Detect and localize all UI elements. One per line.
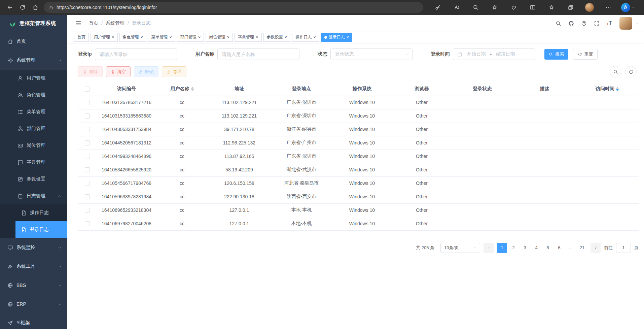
close-icon[interactable]: × [227, 35, 229, 39]
page-button-3[interactable]: 3 [520, 243, 530, 253]
close-icon[interactable]: × [347, 35, 349, 39]
export-button[interactable]: 导出 [162, 66, 186, 77]
sidebar-item-param-settings[interactable]: 参数设置 [0, 171, 67, 188]
tab-param-settings[interactable]: 参数设置× [263, 33, 291, 42]
collections-icon[interactable] [564, 2, 577, 13]
close-icon[interactable]: × [313, 35, 316, 39]
row-checkbox[interactable] [85, 167, 90, 172]
sidebar-item-system-tools[interactable]: 系统工具 [0, 257, 67, 276]
font-size-button[interactable]: тT [604, 18, 615, 29]
search-button[interactable]: 搜索 [544, 49, 568, 60]
sidebar-item-bbs[interactable]: BBS [0, 276, 67, 295]
close-icon[interactable]: × [169, 35, 172, 39]
sidebar-item-menu-management[interactable]: 菜单管理 [0, 103, 67, 120]
sidebar-item-yi-framework[interactable]: Yi框架 [0, 314, 67, 329]
row-checkbox[interactable] [85, 181, 90, 186]
sidebar-item-login-log[interactable]: 登录日志 [0, 221, 67, 238]
username-input[interactable] [217, 48, 299, 60]
tab-dict-management[interactable]: 字典管理× [235, 33, 262, 42]
page-button-21[interactable]: 21 [577, 243, 587, 253]
tab-user-management[interactable]: 用户管理× [91, 33, 118, 42]
split-screen-icon[interactable] [526, 2, 539, 13]
sidebar-item-system-monitor[interactable]: 系统监控 [0, 238, 67, 257]
tab-menu-management[interactable]: 菜单管理× [148, 33, 175, 42]
sidebar-toggle-button[interactable] [73, 18, 84, 29]
github-button[interactable] [566, 18, 576, 29]
tab-login-log[interactable]: 登录日志× [321, 33, 353, 42]
tab-operation-log[interactable]: 操作日志× [292, 33, 319, 42]
row-checkbox[interactable] [85, 154, 90, 159]
sidebar-item-role-management[interactable]: 角色管理 [0, 87, 67, 103]
date-range-picker[interactable]: 开始日期 - 结束日期 [453, 48, 535, 60]
browser-settings-icon[interactable] [602, 2, 615, 13]
page-button-6[interactable]: 6 [554, 243, 564, 253]
sidebar-item-user-management[interactable]: 用户管理 [0, 70, 67, 87]
close-icon[interactable]: × [141, 35, 143, 39]
col-visit-time[interactable]: 访问时间 [576, 82, 639, 96]
browser-address-bar[interactable]: https://ccnetcore.com:1101/system/log/lo… [44, 2, 423, 13]
page-button-4[interactable]: 4 [531, 243, 541, 253]
help-button[interactable] [578, 18, 589, 29]
close-icon[interactable]: × [256, 35, 258, 39]
sidebar-item-post-management[interactable]: 岗位管理 [0, 137, 67, 154]
refresh-table-button[interactable] [625, 66, 637, 77]
sort-caret-icon[interactable] [616, 86, 619, 92]
unlock-button[interactable]: 解锁 [134, 66, 158, 77]
row-checkbox[interactable] [85, 221, 90, 226]
next-page-button[interactable] [591, 243, 601, 253]
toggle-search-button[interactable] [610, 66, 621, 77]
tab-home[interactable]: 首页 [74, 33, 89, 42]
favorites-icon[interactable] [545, 2, 558, 13]
row-checkbox[interactable] [85, 100, 90, 105]
sort-caret-icon[interactable] [191, 86, 194, 92]
status-select[interactable]: 登录状态 [330, 48, 413, 60]
bing-copilot-button[interactable]: b [621, 2, 635, 13]
login-ip-input[interactable] [95, 48, 177, 60]
goto-page-input[interactable] [616, 243, 631, 253]
delete-button[interactable]: 删除 [78, 66, 103, 77]
close-icon[interactable]: × [285, 35, 287, 39]
browser-essentials-icon[interactable] [507, 2, 520, 13]
row-checkbox[interactable] [85, 194, 90, 199]
page-button-2[interactable]: 2 [508, 243, 518, 253]
page-size-select[interactable]: 10条/页 [440, 243, 480, 253]
browser-refresh-button[interactable] [16, 2, 29, 13]
browser-back-button[interactable] [3, 2, 16, 13]
sidebar-item-erp[interactable]: ERP [0, 295, 67, 314]
close-icon[interactable]: × [112, 35, 114, 39]
row-checkbox[interactable] [85, 140, 90, 145]
row-checkbox[interactable] [85, 113, 90, 119]
row-checkbox[interactable] [85, 208, 90, 213]
sidebar-item-home[interactable]: 首页 [0, 32, 67, 51]
tab-role-management[interactable]: 角色管理× [119, 33, 147, 42]
zoom-out-icon[interactable] [469, 2, 482, 13]
sidebar-item-operation-log[interactable]: 操作日志 [0, 204, 67, 221]
favorite-add-icon[interactable] [488, 2, 501, 13]
close-icon[interactable]: × [198, 35, 201, 39]
select-all-checkbox[interactable] [85, 87, 90, 92]
tab-dept-management[interactable]: 部门管理× [177, 33, 204, 42]
reset-button[interactable]: 重置 [573, 49, 598, 60]
sidebar-item-dept-management[interactable]: 部门管理 [0, 120, 67, 137]
read-aloud-icon[interactable] [451, 2, 463, 13]
breadcrumb-home[interactable]: 首页 [89, 20, 98, 26]
col-username[interactable]: 用户名称 [157, 82, 207, 96]
browser-home-button[interactable] [29, 2, 42, 13]
sidebar-item-log-management[interactable]: 日志管理 [0, 188, 67, 204]
user-avatar[interactable] [619, 17, 632, 30]
row-checkbox[interactable] [85, 127, 90, 132]
sidebar-item-system-management[interactable]: 系统管理 [0, 51, 67, 70]
header-search-button[interactable] [553, 18, 564, 29]
fullscreen-button[interactable] [591, 18, 602, 29]
more-pages-button[interactable]: ··· [566, 243, 576, 253]
breadcrumb-system[interactable]: 系统管理 [106, 20, 124, 26]
clear-button[interactable]: 清空 [106, 66, 131, 77]
page-button-5[interactable]: 5 [543, 243, 553, 253]
sidebar-item-dict-management[interactable]: 字典管理 [0, 154, 67, 171]
tab-post-management[interactable]: 岗位管理× [206, 33, 233, 42]
password-key-icon[interactable] [431, 2, 444, 13]
page-button-1[interactable]: 1 [497, 243, 507, 253]
chevron-down-icon[interactable] [636, 22, 639, 25]
prev-page-button[interactable] [484, 243, 494, 253]
browser-profile-avatar[interactable] [583, 2, 596, 13]
